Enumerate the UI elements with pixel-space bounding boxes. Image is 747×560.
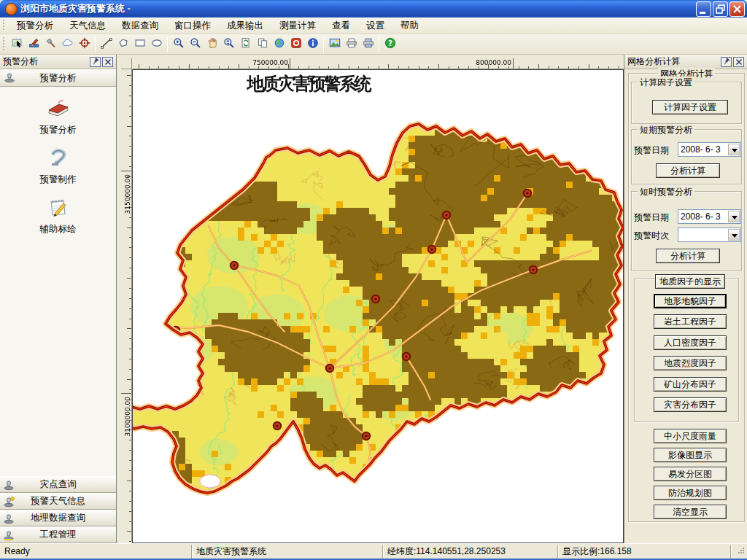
zoom-extent-button[interactable] [220,36,237,52]
map-view [117,55,624,543]
draw-line-icon [100,36,113,52]
extra-button-5[interactable]: 清空显示 [654,505,727,519]
left-panel-section-bar[interactable]: 预警分析 [0,69,116,87]
left-tool-alarm-book[interactable]: 预警分析 [0,96,116,136]
left-tool-label: 辅助标绘 [0,223,116,236]
extra-button-3[interactable]: 易发分区图 [654,467,727,481]
draw-rect-button[interactable] [131,36,148,52]
pan-hand-button[interactable] [204,36,220,52]
menu-grip[interactable] [2,20,6,31]
restore-button[interactable] [713,1,728,17]
toolbar-separator [95,37,96,52]
vertical-ruler [121,69,132,542]
refresh-view-button[interactable] [237,36,254,52]
factor-button-4[interactable]: 地震烈度因子 [654,356,727,370]
menu-item-3[interactable]: 数据查询 [114,18,166,34]
left-panel: 预警分析 预警分析 预警分析预警制作辅助标绘 灾点查询预警天气信息地理数据查询工… [0,55,117,543]
factor-button-6[interactable]: 灾害分布因子 [654,397,727,412]
chevron-down-icon[interactable] [728,211,740,222]
draw-ellipse-button[interactable] [148,36,165,52]
draw-line-button[interactable] [98,36,115,52]
extra-button-2[interactable]: 影像图显示 [654,448,727,462]
cloud-tool-button[interactable] [59,36,76,52]
globe-view-button[interactable] [271,36,287,52]
print-preview-button[interactable] [360,36,376,52]
horizontal-ruler [133,58,623,69]
menu-item-2[interactable]: 天气信息 [61,18,114,34]
menu-item-6[interactable]: 测量计算 [271,18,324,34]
left-section-label: 预警天气信息 [0,494,116,509]
menu-item-4[interactable]: 窗口操作 [166,18,219,34]
nowcast-run-button[interactable]: 分析计算 [656,249,720,263]
stop-record-button[interactable] [287,36,304,52]
refresh-view-icon [239,36,252,52]
globe-view-icon [273,36,286,52]
left-section-bar-3[interactable]: 地理数据查询 [0,510,116,526]
svg-text:?: ? [388,39,392,47]
nowcast-date-combo[interactable]: 2008- 6- 3 [678,209,741,224]
map-select-button[interactable] [9,36,26,52]
title-bar[interactable]: 浏阳市地质灾害预警系统 - [0,0,747,18]
export-image-button[interactable] [326,36,343,52]
left-section-bar-4[interactable]: 工程管理 [0,526,116,543]
zoom-in-button[interactable] [170,36,187,52]
toolbar-grip[interactable] [2,37,6,51]
factor-setting-group-label: 计算因子设置 [638,77,694,89]
left-tool-aux-draw[interactable]: 辅助标绘 [0,195,116,236]
locate-crosshair-button[interactable] [76,36,93,52]
chevron-down-icon[interactable] [728,144,740,155]
map-canvas[interactable] [133,70,623,542]
factor-setting-button[interactable]: 计算因子设置 [652,100,728,114]
locate-crosshair-icon [78,36,91,52]
minimize-button[interactable] [696,1,711,17]
alarm-book-icon [46,96,71,122]
short-term-run-button[interactable]: 分析计算 [656,163,720,178]
factor-button-2[interactable]: 岩土工程因子 [654,314,727,329]
stamp-icon [3,479,15,493]
zoom-out-button[interactable] [187,36,204,52]
left-panel-pin-button[interactable] [90,57,101,67]
info-about-button[interactable] [304,36,321,52]
menu-item-5[interactable]: 成果输出 [219,18,271,34]
factor-button-1[interactable]: 地形地貌因子 [654,294,727,308]
ruler-corner [121,58,132,69]
toolbar-separator [323,37,324,52]
app-logo-icon [5,3,18,15]
close-button[interactable] [729,1,745,17]
factor-button-5[interactable]: 矿山分布因子 [654,377,727,392]
chevron-down-icon[interactable] [728,229,740,241]
stamp-icon [3,513,15,526]
left-tool-alarm-make[interactable]: 预警制作 [0,145,116,186]
left-panel-close-button[interactable] [102,57,113,67]
print-button[interactable] [343,36,360,52]
menu-item-9[interactable]: 帮助 [392,18,427,34]
menu-item-7[interactable]: 查看 [324,18,358,34]
help-button[interactable]: ? [382,36,398,52]
help-icon: ? [384,36,397,52]
hammer-tool-button[interactable] [42,36,59,52]
print-icon [345,36,358,52]
status-bar: Ready地质灾害预警系统经纬度:114.140551,28.250253显示比… [0,543,747,560]
right-panel-pin-button[interactable] [721,57,732,67]
menu-item-1[interactable]: 预警分析 [9,18,61,34]
right-panel-close-button[interactable] [733,57,744,67]
layout-brush-button[interactable] [26,36,42,52]
factor-display-header-button[interactable]: 地质因子的显示 [655,274,725,289]
short-term-date-combo[interactable]: 2008- 6- 3 [678,142,741,157]
extra-button-4[interactable]: 防治规划图 [654,486,727,500]
nowcast-period-combo[interactable] [678,228,741,242]
short-term-date-label: 预警日期 [634,144,669,157]
extra-button-1[interactable]: 中小尺度雨量 [654,429,727,443]
left-section-bar-2[interactable]: 预警天气信息 [0,493,116,510]
aux-draw-icon [46,195,71,222]
draw-polygon-button[interactable] [115,36,131,52]
resize-grip[interactable] [736,545,746,557]
menu-item-8[interactable]: 设置 [358,18,392,34]
left-section-bar-1[interactable]: 灾点查询 [0,476,116,493]
copy-view-button[interactable] [254,36,271,52]
export-image-icon [328,36,341,52]
nowcast-date-label: 预警日期 [634,211,669,224]
factor-button-3[interactable]: 人口密度因子 [654,335,727,350]
right-panel-content: 网格分析计算 计算因子设置 计算因子设置 短期预警分析 预警日期 2008- 6… [624,69,747,543]
left-panel-content: 预警分析 预警分析预警制作辅助标绘 灾点查询预警天气信息地理数据查询工程管理 [0,69,116,543]
